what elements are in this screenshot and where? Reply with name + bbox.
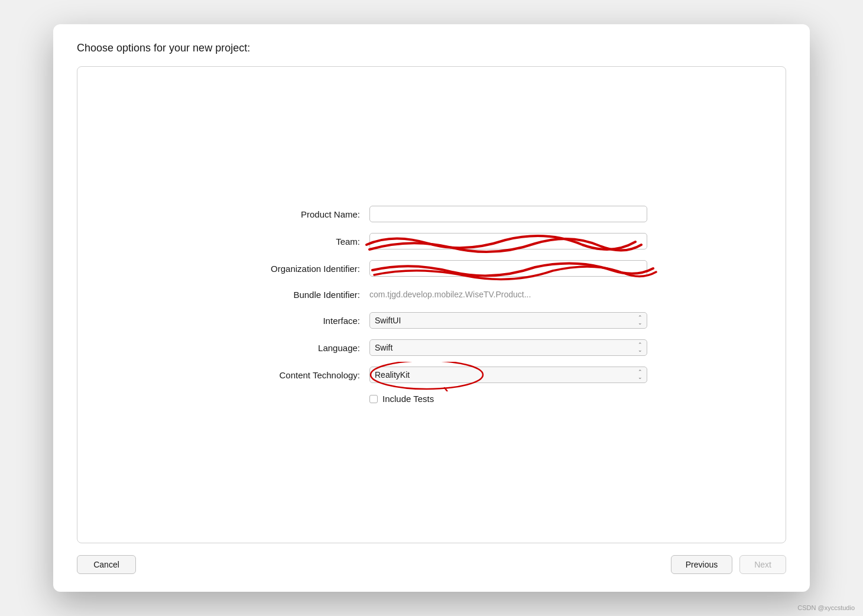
org-identifier-label: Organization Identifier: <box>216 264 369 274</box>
language-select[interactable]: Swift Objective-C <box>369 339 647 356</box>
include-tests-label: Include Tests <box>382 394 434 404</box>
language-label: Language: <box>216 343 369 353</box>
interface-label: Interface: <box>216 316 369 326</box>
team-input[interactable] <box>369 233 647 249</box>
content-technology-select-wrapper: RealityKit SceneKit Metal None <box>369 367 647 383</box>
language-select-wrapper: Swift Objective-C <box>369 339 647 356</box>
form-grid: Product Name: Team: Organization Identif… <box>216 206 647 404</box>
watermark: CSDN @xyccstudio <box>797 604 855 611</box>
team-label: Team: <box>216 236 369 247</box>
bundle-identifier-value: com.tjgd.develop.mobilez.WiseTV.Product.… <box>369 287 647 301</box>
team-field-wrapper <box>369 233 647 249</box>
product-name-input[interactable] <box>369 206 647 222</box>
navigation-buttons: Previous Next <box>671 555 786 574</box>
dialog-header: Choose options for your new project: <box>77 42 786 54</box>
main-content-area: Product Name: Team: Organization Identif… <box>77 66 786 543</box>
next-button: Next <box>739 555 786 574</box>
org-identifier-input[interactable] <box>369 260 647 277</box>
content-technology-label: Content Technology: <box>216 370 369 380</box>
include-tests-row: Include Tests <box>369 394 647 404</box>
bundle-identifier-label: Bundle Identifier: <box>216 290 369 300</box>
interface-select[interactable]: SwiftUI Storyboard <box>369 312 647 329</box>
new-project-dialog: Choose options for your new project: Pro… <box>53 24 810 592</box>
form-container: Product Name: Team: Organization Identif… <box>77 67 786 543</box>
previous-button[interactable]: Previous <box>671 555 732 574</box>
interface-select-wrapper: SwiftUI Storyboard <box>369 312 647 329</box>
product-name-label: Product Name: <box>216 209 369 219</box>
org-identifier-wrapper <box>369 260 647 277</box>
content-technology-select[interactable]: RealityKit SceneKit Metal None <box>369 367 647 383</box>
dialog-footer: Cancel Previous Next <box>77 543 786 574</box>
cancel-button[interactable]: Cancel <box>77 555 136 574</box>
include-tests-checkbox[interactable] <box>369 395 378 403</box>
